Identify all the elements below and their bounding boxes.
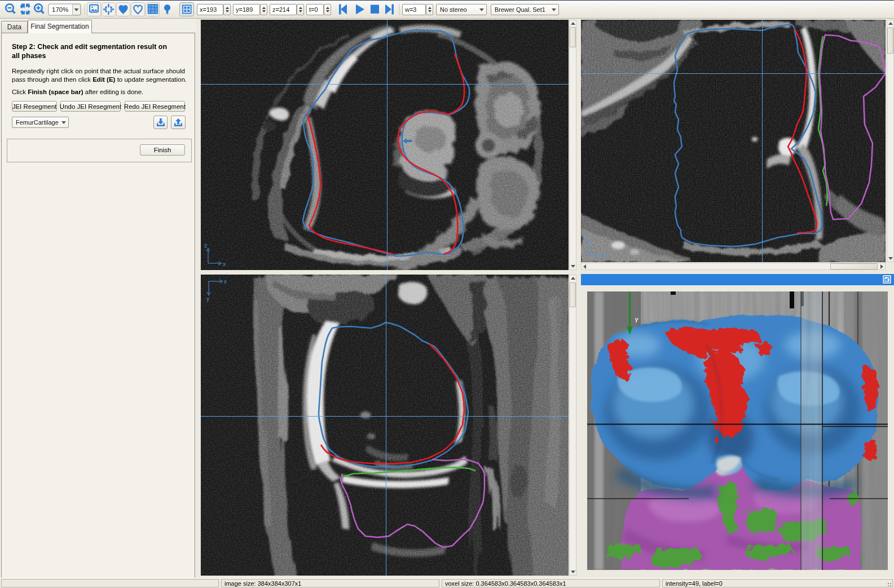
svg-text:170%: 170% — [52, 6, 68, 13]
svg-text:z: z — [584, 235, 587, 241]
svg-text:y: y — [603, 253, 606, 259]
svg-text:x: x — [224, 278, 227, 285]
svg-text:x: x — [223, 261, 226, 267]
svg-text:z: z — [204, 242, 207, 249]
svg-text:y: y — [206, 296, 209, 302]
